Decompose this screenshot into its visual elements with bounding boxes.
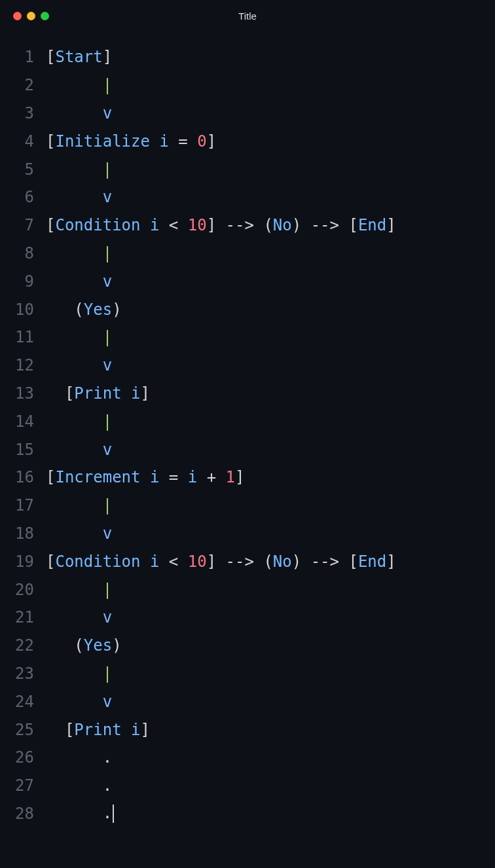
- code-line[interactable]: 17 |: [0, 492, 495, 520]
- line-content[interactable]: |: [46, 160, 495, 179]
- line-content[interactable]: |: [46, 76, 495, 94]
- code-line[interactable]: 18 v: [0, 520, 495, 548]
- line-number: 8: [0, 244, 46, 262]
- token-arrow-v: v: [103, 693, 112, 711]
- line-content[interactable]: [Increment i = i + 1]: [46, 468, 495, 486]
- line-content[interactable]: .: [46, 748, 495, 767]
- code-line[interactable]: 26 .: [0, 744, 495, 772]
- token-pipe: |: [103, 160, 112, 179]
- code-line[interactable]: 27 .: [0, 772, 495, 800]
- token-plain: [46, 776, 103, 795]
- code-line[interactable]: 7[Condition i < 10] --> (No) --> [End]: [0, 211, 495, 240]
- line-content[interactable]: [Condition i < 10] --> (No) --> [End]: [46, 216, 495, 234]
- line-content[interactable]: .: [46, 776, 495, 795]
- token-keyword: No: [273, 552, 292, 571]
- token-bracket: [: [65, 721, 74, 739]
- text-cursor: [113, 805, 114, 823]
- line-content[interactable]: |: [46, 328, 495, 346]
- line-content[interactable]: v: [46, 441, 495, 459]
- code-line[interactable]: 13 [Print i]: [0, 380, 495, 408]
- line-number: 17: [0, 496, 46, 515]
- token-arrow-v: v: [103, 608, 112, 626]
- token-plain: [141, 552, 150, 571]
- code-line[interactable]: 16[Increment i = i + 1]: [0, 463, 495, 492]
- line-content[interactable]: |: [46, 664, 495, 683]
- token-ident: i: [159, 132, 168, 151]
- line-content[interactable]: v: [46, 104, 495, 122]
- line-content[interactable]: (Yes): [46, 636, 495, 655]
- line-content[interactable]: v: [46, 356, 495, 374]
- line-number: 22: [0, 636, 46, 655]
- token-plain: [301, 216, 310, 234]
- token-gt: >: [244, 552, 253, 571]
- line-content[interactable]: [Print i]: [46, 384, 495, 403]
- line-number: 3: [0, 104, 46, 122]
- token-keyword: Increment: [55, 468, 140, 486]
- code-line[interactable]: 15 v: [0, 435, 495, 463]
- code-line[interactable]: 6 v: [0, 183, 495, 211]
- code-line[interactable]: 25 [Print i]: [0, 715, 495, 744]
- code-editor[interactable]: 1[Start]2 |3 v4[Initialize i = 0]5 |6 v7…: [0, 31, 495, 827]
- line-content[interactable]: v: [46, 188, 495, 206]
- code-line[interactable]: 23 |: [0, 660, 495, 688]
- close-button[interactable]: [13, 12, 22, 20]
- code-line[interactable]: 20 |: [0, 575, 495, 604]
- line-content[interactable]: v: [46, 608, 495, 626]
- code-line[interactable]: 9 v: [0, 267, 495, 295]
- line-content[interactable]: (Yes): [46, 300, 495, 319]
- line-number: 4: [0, 132, 46, 151]
- line-content[interactable]: v: [46, 693, 495, 711]
- line-number: 6: [0, 188, 46, 206]
- code-line[interactable]: 2 |: [0, 71, 495, 99]
- code-line[interactable]: 8 |: [0, 240, 495, 268]
- token-pipe: |: [103, 581, 112, 599]
- code-line[interactable]: 22 (Yes): [0, 632, 495, 660]
- token-plain: [46, 748, 103, 767]
- code-line[interactable]: 5 |: [0, 155, 495, 183]
- line-content[interactable]: [Initialize i = 0]: [46, 132, 495, 151]
- code-line[interactable]: 28 .: [0, 800, 495, 828]
- window-title: Title: [238, 10, 257, 22]
- titlebar: Title: [0, 0, 495, 31]
- code-line[interactable]: 14 |: [0, 407, 495, 435]
- line-content[interactable]: |: [46, 496, 495, 515]
- token-dot: .: [103, 748, 112, 767]
- token-operator: <: [169, 552, 178, 571]
- token-ident: i: [131, 721, 140, 739]
- token-paren: ): [292, 216, 301, 234]
- token-bracket: ]: [141, 384, 150, 403]
- line-content[interactable]: |: [46, 412, 495, 431]
- token-plain: [159, 468, 168, 486]
- token-gt: >: [330, 216, 339, 234]
- token-keyword: End: [358, 552, 386, 571]
- token-bracket: ]: [141, 721, 150, 739]
- token-plain: [216, 552, 225, 571]
- line-content[interactable]: |: [46, 581, 495, 599]
- code-line[interactable]: 1[Start]: [0, 43, 495, 71]
- maximize-button[interactable]: [41, 12, 49, 20]
- code-line[interactable]: 4[Initialize i = 0]: [0, 127, 495, 155]
- code-line[interactable]: 3 v: [0, 99, 495, 128]
- token-number: 0: [197, 132, 206, 151]
- token-plain: [46, 721, 65, 739]
- token-plain: [339, 552, 348, 571]
- line-content[interactable]: [Print i]: [46, 721, 495, 739]
- code-line[interactable]: 10 (Yes): [0, 295, 495, 323]
- line-content[interactable]: v: [46, 272, 495, 291]
- code-line[interactable]: 21 v: [0, 604, 495, 632]
- line-number: 15: [0, 441, 46, 459]
- code-line[interactable]: 11 |: [0, 323, 495, 352]
- line-content[interactable]: [Start]: [46, 48, 495, 66]
- line-content[interactable]: [Condition i < 10] --> (No) --> [End]: [46, 552, 495, 571]
- code-line[interactable]: 19[Condition i < 10] --> (No) --> [End]: [0, 547, 495, 575]
- token-plain: [301, 552, 310, 571]
- line-content[interactable]: |: [46, 244, 495, 262]
- token-bracket: ]: [386, 216, 395, 234]
- minimize-button[interactable]: [27, 12, 35, 20]
- code-line[interactable]: 24 v: [0, 687, 495, 715]
- line-content[interactable]: v: [46, 524, 495, 543]
- token-plain: [46, 244, 103, 262]
- line-content[interactable]: .: [46, 804, 495, 823]
- code-line[interactable]: 12 v: [0, 352, 495, 380]
- token-plain: [178, 216, 187, 234]
